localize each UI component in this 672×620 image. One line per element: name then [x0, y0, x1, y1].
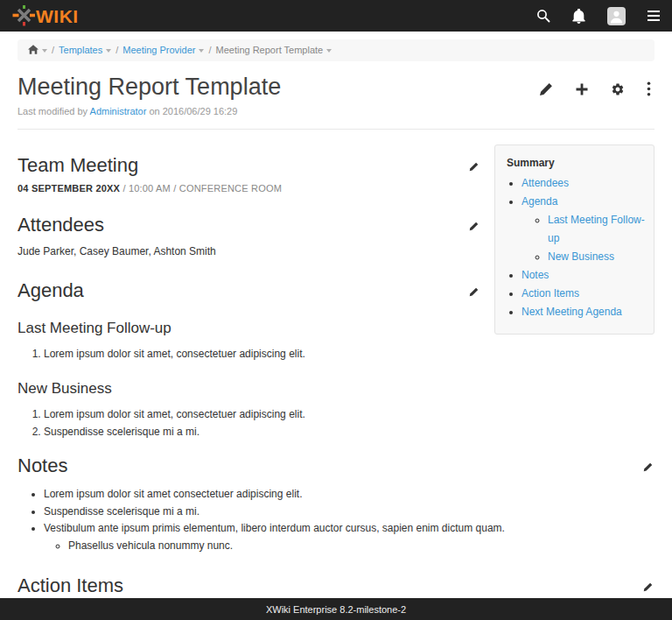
list-item: Suspendisse scelerisque mi a mi.	[44, 504, 654, 521]
summary-link-follow-up[interactable]: Last Meeting Follow-up	[548, 214, 645, 244]
version-text: XWiki Enterprise 8.2-milestone-2	[266, 604, 406, 615]
breadcrumb-link-templates[interactable]: Templates	[59, 44, 102, 57]
version-bar: XWiki Enterprise 8.2-milestone-2	[0, 598, 672, 620]
chevron-down-icon[interactable]	[42, 49, 47, 53]
list-item: Suspendisse scelerisque mi a mi.	[44, 424, 480, 441]
chevron-down-icon[interactable]	[199, 49, 204, 53]
list-item: Agenda Last Meeting Follow-up New Busine…	[522, 193, 645, 266]
document-content: Team Meeting 04 SEPTEMBER 20XX / 10:00 A…	[18, 144, 494, 440]
edit-section-pencil-icon[interactable]	[467, 162, 480, 172]
list-item: Lorem ipsum dolor sit amet, consectetuer…	[44, 346, 480, 363]
list-item: Lorem ipsum dolor sit amet consectetuer …	[44, 486, 654, 504]
summary-panel: Summary Attendees Agenda Last Meeting Fo…	[494, 144, 654, 335]
logo-text: WIKI	[36, 7, 79, 25]
section-title-action-items: Action Items	[18, 574, 123, 597]
summary-link-notes[interactable]: Notes	[522, 269, 549, 281]
summary-link-agenda[interactable]: Agenda	[522, 195, 557, 208]
hamburger-menu-icon[interactable]	[648, 11, 660, 21]
edit-section-pencil-icon[interactable]	[641, 462, 654, 472]
subsection-title-follow-up: Last Meeting Follow-up	[18, 320, 480, 337]
top-navbar: WIKI	[0, 0, 672, 32]
last-modified-line: Last modified by Administrator on 2016/0…	[18, 106, 654, 116]
xwiki-logo[interactable]: WIKI	[12, 4, 79, 27]
page-title: Meeting Report Template	[18, 74, 281, 101]
summary-link-action-items[interactable]: Action Items	[522, 287, 579, 299]
edit-section-pencil-icon[interactable]	[641, 582, 654, 592]
edit-section-pencil-icon[interactable]	[467, 287, 480, 297]
home-icon	[28, 45, 38, 54]
notifications-bell-icon[interactable]	[572, 9, 585, 24]
edit-pencil-icon[interactable]	[539, 82, 553, 96]
header-divider	[18, 129, 654, 130]
chevron-down-icon[interactable]	[106, 49, 111, 53]
section-title-notes: Notes	[18, 454, 67, 477]
chevron-down-icon[interactable]	[326, 49, 332, 53]
search-icon[interactable]	[536, 9, 550, 23]
user-avatar[interactable]	[607, 7, 626, 25]
list-item: Next Meeting Agenda	[522, 303, 645, 321]
summary-link-new-business[interactable]: New Business	[548, 250, 614, 263]
list-item: Action Items	[522, 285, 645, 303]
create-plus-icon[interactable]	[575, 82, 589, 96]
summary-link-next-meeting[interactable]: Next Meeting Agenda	[522, 306, 622, 318]
section-title-team-meeting: Team Meeting	[18, 154, 138, 177]
meeting-meta-line: 04 SEPTEMBER 20XX / 10:00 AM / CONFERENC…	[18, 183, 480, 194]
summary-link-attendees[interactable]: Attendees	[522, 177, 569, 189]
subsection-title-new-business: New Business	[18, 380, 480, 398]
edit-section-pencil-icon[interactable]	[467, 222, 480, 231]
list-item: Notes	[522, 266, 645, 285]
modified-by-user-link[interactable]: Administrator	[90, 106, 147, 116]
breadcrumb: / Templates / Meeting Provider / Meeting…	[18, 39, 654, 61]
section-title-agenda: Agenda	[18, 279, 84, 302]
attendees-text: Jude Parker, Casey Baumer, Ashton Smith	[18, 243, 480, 259]
breadcrumb-home-link[interactable]	[28, 44, 38, 57]
summary-panel-title: Summary	[507, 157, 645, 169]
list-item: Phasellus vehicula nonummy nunc.	[68, 538, 654, 555]
summary-links-list: Attendees Agenda Last Meeting Follow-up …	[507, 174, 645, 321]
list-item: New Business	[548, 248, 645, 266]
navbar-actions	[536, 7, 660, 25]
list-item: Attendees	[522, 174, 645, 193]
section-title-attendees: Attendees	[18, 214, 104, 236]
settings-gear-icon[interactable]	[611, 82, 625, 96]
list-item: Last Meeting Follow-up	[548, 211, 645, 248]
list-item: Lorem ipsum dolor sit amet, consectetuer…	[44, 406, 480, 424]
breadcrumb-current-page: Meeting Report Template	[215, 44, 323, 57]
xwiki-logo-asterisk-icon	[12, 4, 36, 27]
new-business-list: Lorem ipsum dolor sit amet, consectetuer…	[18, 406, 480, 441]
breadcrumb-link-meeting-provider[interactable]: Meeting Provider	[122, 44, 195, 57]
notes-list: Lorem ipsum dolor sit amet consectetuer …	[18, 486, 654, 555]
follow-up-list: Lorem ipsum dolor sit amet, consectetuer…	[18, 346, 480, 363]
more-actions-kebab-icon[interactable]	[647, 81, 651, 96]
xwiki-page: WIKI	[0, 0, 672, 620]
document-actions	[539, 81, 651, 96]
list-item: Vestibulum ante ipsum primis elementum, …	[44, 520, 654, 555]
